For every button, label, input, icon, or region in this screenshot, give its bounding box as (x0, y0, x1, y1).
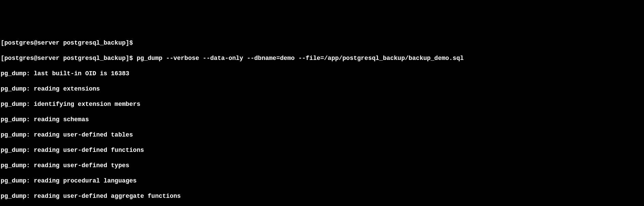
terminal-line: pg_dump: identifying extension members (1, 100, 643, 108)
terminal-line: [postgres@server postgresql_backup]$ (1, 39, 643, 47)
terminal-line: pg_dump: reading extensions (1, 85, 643, 93)
terminal-window[interactable]: [postgres@server postgresql_backup]$ [po… (1, 31, 643, 206)
terminal-line: [postgres@server postgresql_backup]$ pg_… (1, 54, 643, 62)
terminal-line: pg_dump: reading procedural languages (1, 177, 643, 185)
terminal-line: pg_dump: reading user-defined aggregate … (1, 192, 643, 200)
terminal-line: pg_dump: last built-in OID is 16383 (1, 70, 643, 78)
terminal-line: pg_dump: reading schemas (1, 116, 643, 124)
terminal-line: pg_dump: reading user-defined tables (1, 131, 643, 139)
terminal-line: pg_dump: reading user-defined types (1, 162, 643, 170)
terminal-line: pg_dump: reading user-defined functions (1, 146, 643, 154)
